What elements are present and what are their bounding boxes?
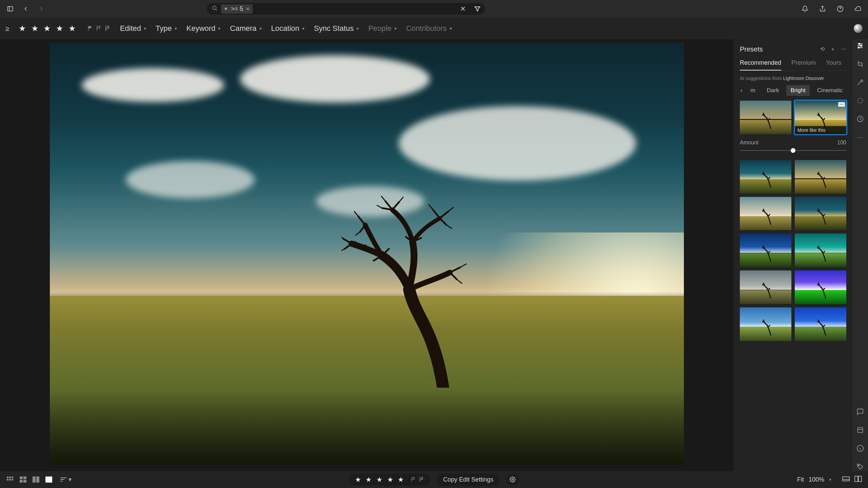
flag-pick-icon[interactable] (411, 477, 416, 482)
preset-tab-recommended[interactable]: Recommended (740, 59, 781, 70)
preset-thumbnail[interactable] (740, 233, 791, 267)
svg-point-11 (859, 43, 860, 45)
filmstrip-vertical-icon[interactable] (854, 476, 862, 484)
filter-location[interactable]: Location▾ (271, 24, 304, 33)
activity-icon[interactable] (856, 426, 865, 434)
versions-icon[interactable] (856, 115, 865, 123)
preset-thumbnail[interactable] (740, 270, 791, 304)
chip-remove-icon[interactable]: ✕ (246, 6, 250, 12)
svg-rect-44 (859, 476, 862, 482)
more-tools-icon[interactable]: ⋯ (856, 133, 865, 142)
chip-text: >= 5 (231, 5, 243, 13)
original-toggle-icon[interactable] (854, 24, 863, 33)
preset-thumbnail[interactable] (740, 197, 791, 230)
cloud-sync-icon[interactable] (853, 4, 863, 14)
svg-rect-35 (45, 476, 52, 483)
svg-rect-34 (36, 476, 39, 483)
category-scroll-left-icon[interactable]: ‹ (740, 87, 743, 94)
svg-rect-24 (9, 476, 11, 478)
more-like-this-label[interactable]: More like this (795, 126, 846, 134)
search-filter-chip[interactable]: ★ >= 5 ✕ (221, 4, 253, 14)
search-bar[interactable]: ★ >= 5 ✕ ✕ (207, 3, 485, 15)
search-clear-icon[interactable]: ✕ (458, 5, 468, 13)
svg-point-14 (861, 80, 863, 82)
panel-toggle-icon[interactable] (5, 4, 15, 14)
preset-tab-premium[interactable]: Premium (791, 59, 816, 70)
preset-thumbnail[interactable] (740, 101, 791, 134)
star-rating-filter[interactable]: ★ ★ ★ ★ ★ (19, 24, 77, 33)
view-grid-small-icon[interactable] (6, 476, 14, 483)
preset-category-cinematic[interactable]: Cinematic (813, 85, 847, 96)
copy-edit-settings-button[interactable]: Copy Edit Settings (436, 473, 500, 486)
view-compare-icon[interactable] (32, 476, 40, 483)
presets-add-icon[interactable]: ＋ (830, 46, 835, 53)
filter-camera[interactable]: Camera▾ (230, 24, 261, 33)
zoom-dropdown-icon[interactable]: ▾ (829, 477, 831, 482)
rating-gte-icon[interactable]: ≥ (5, 25, 9, 33)
thumb-more-icon[interactable]: ⋯ (838, 102, 845, 107)
preset-thumbnail[interactable] (740, 307, 791, 341)
filter-type[interactable]: Type▾ (156, 24, 177, 33)
filter-edited[interactable]: Edited▾ (120, 24, 146, 33)
svg-rect-43 (855, 476, 858, 482)
svg-point-15 (858, 98, 863, 103)
amount-slider[interactable] (740, 147, 846, 154)
filter-sync-status[interactable]: Sync Status▾ (314, 24, 359, 33)
preset-category[interactable]: m (746, 85, 759, 96)
star-icon: ★ (224, 6, 228, 11)
flag-reject-icon[interactable] (419, 477, 424, 482)
preset-thumbnail[interactable] (740, 160, 791, 194)
svg-rect-41 (843, 477, 849, 481)
svg-rect-26 (7, 479, 8, 481)
main-photo (50, 43, 684, 465)
info-icon[interactable] (856, 444, 865, 453)
filter-contributors[interactable]: Contributors▾ (406, 24, 452, 33)
preset-thumbnail[interactable] (795, 307, 846, 341)
svg-rect-31 (20, 480, 23, 483)
back-icon[interactable] (21, 4, 31, 14)
preset-thumbnail[interactable] (795, 160, 846, 194)
preset-category-hdr[interactable]: HDR (850, 85, 852, 96)
svg-rect-23 (7, 476, 8, 478)
view-detail-icon[interactable] (45, 476, 53, 483)
sort-button[interactable]: ▾ (60, 476, 72, 483)
preset-category-bright[interactable]: Bright (786, 85, 809, 96)
keywords-icon[interactable] (856, 462, 865, 471)
image-canvas[interactable] (0, 39, 734, 471)
edit-sliders-icon[interactable] (856, 41, 865, 50)
presets-panel: Presets ⟲ ＋ ⋯ Recommended Premium Yours … (734, 39, 852, 471)
photo-rating-stars[interactable]: ★ ★ ★ ★ ★ (355, 475, 405, 484)
svg-rect-27 (9, 479, 11, 481)
preset-thumbnail[interactable] (795, 270, 846, 304)
filmstrip-horizontal-icon[interactable] (842, 476, 850, 484)
filter-people[interactable]: People▾ (368, 24, 397, 33)
healing-brush-icon[interactable] (856, 78, 865, 87)
comments-icon[interactable] (856, 407, 865, 416)
svg-rect-30 (23, 476, 26, 479)
view-grid-large-icon[interactable] (19, 476, 27, 483)
preset-category-dark[interactable]: Dark (763, 85, 783, 96)
search-icon (212, 5, 218, 13)
preset-thumbnail[interactable] (795, 233, 846, 267)
notifications-icon[interactable] (800, 4, 810, 14)
help-icon[interactable] (835, 4, 845, 14)
zoom-fit-button[interactable]: Fit (797, 476, 804, 483)
ai-suggestions-label: AI suggestions from Lightroom Discover (740, 76, 846, 81)
preset-thumbnail[interactable] (795, 197, 846, 230)
share-icon[interactable] (818, 4, 827, 14)
presets-reset-icon[interactable]: ⟲ (820, 46, 825, 53)
flag-filter-group[interactable] (87, 25, 111, 32)
filter-funnel-icon[interactable] (473, 4, 482, 14)
presets-more-icon[interactable]: ⋯ (841, 46, 846, 53)
settings-gear-icon[interactable] (506, 474, 519, 485)
svg-rect-0 (8, 6, 13, 11)
filter-keyword[interactable]: Keyword▾ (186, 24, 221, 33)
zoom-percent-button[interactable]: 100% (809, 476, 824, 483)
forward-icon (37, 4, 46, 14)
preset-tab-yours[interactable]: Yours (826, 59, 841, 70)
masking-icon[interactable] (856, 96, 865, 105)
svg-rect-29 (20, 476, 23, 479)
preset-thumbnail[interactable]: ⋯More like this (795, 101, 846, 134)
photo-rating-pill[interactable]: ★ ★ ★ ★ ★ (349, 473, 430, 486)
crop-icon[interactable] (856, 60, 865, 68)
